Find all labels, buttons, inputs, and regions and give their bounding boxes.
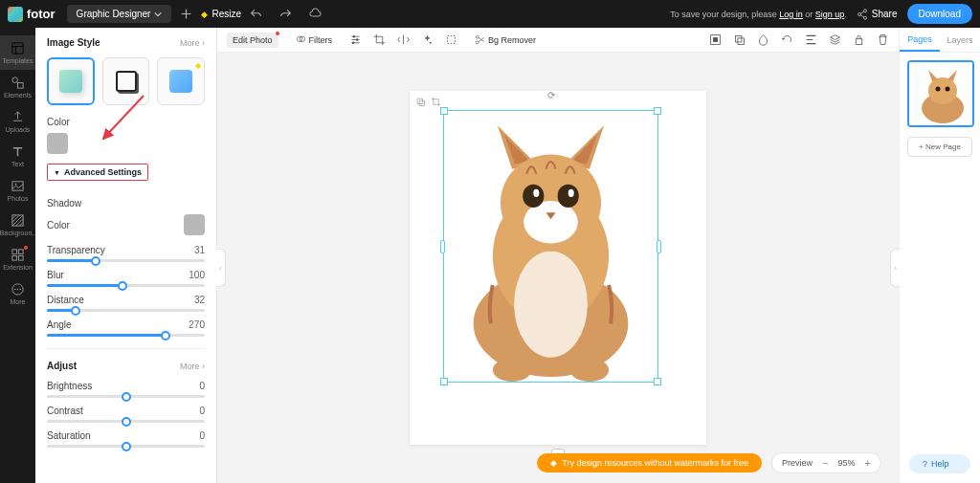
artboard-duplicate-icon[interactable]	[415, 97, 426, 107]
zoom-out-button[interactable]: −	[822, 457, 828, 469]
svg-point-1	[12, 77, 18, 83]
signup-link[interactable]: Sign up	[815, 10, 845, 19]
lock-icon[interactable]	[853, 33, 865, 46]
rail-uploads[interactable]: Uploads	[0, 104, 35, 139]
crop-icon[interactable]	[373, 33, 386, 46]
svg-rect-28	[419, 100, 425, 106]
filters-button[interactable]: Filters	[290, 32, 339, 48]
rail-templates[interactable]: Templates	[0, 35, 35, 70]
resize-button[interactable]: ◆ Resize	[201, 9, 241, 19]
scissors-icon	[475, 34, 485, 45]
collapse-panel-left[interactable]: ‹	[216, 249, 226, 287]
style-option-3[interactable]: ◆	[157, 57, 205, 105]
adjust-icon[interactable]	[349, 33, 362, 46]
share-label: Share	[872, 9, 898, 19]
canvas-toolbar: Edit Photo Filters Bg Remover	[217, 28, 899, 53]
opacity-icon[interactable]	[757, 33, 769, 46]
zoom-value[interactable]: 95%	[838, 458, 856, 468]
new-page-button[interactable]: + New Page	[907, 137, 972, 157]
svg-point-35	[558, 185, 579, 208]
duplicate-icon[interactable]	[733, 33, 746, 46]
resize-handle-bl[interactable]	[440, 378, 448, 385]
rail-background[interactable]: Backgroun..	[0, 208, 35, 242]
template-selector[interactable]: Graphic Designer	[67, 5, 172, 23]
cutout-icon[interactable]	[445, 33, 457, 46]
zoom-in-button[interactable]: +	[865, 457, 871, 469]
saturation-slider[interactable]: Saturation0	[47, 430, 205, 448]
bg-remover-button[interactable]: Bg Remover	[469, 32, 542, 48]
save-prompt: To save your design, please Log in or Si…	[670, 10, 847, 19]
rail-text[interactable]: Text	[0, 139, 35, 173]
rail-elements[interactable]: Elements	[0, 70, 35, 104]
more-link[interactable]: More ›	[180, 38, 205, 48]
add-button[interactable]	[180, 8, 192, 20]
delete-icon[interactable]	[877, 33, 889, 46]
caret-down-icon: ▼	[54, 169, 60, 176]
login-link[interactable]: Log in	[779, 10, 803, 19]
help-icon: ?	[923, 459, 927, 469]
svg-rect-8	[12, 255, 17, 260]
pages-panel: Pages Layers + New Page ?Help	[899, 28, 980, 483]
redo-button[interactable]	[279, 8, 292, 20]
effects-icon[interactable]	[421, 33, 434, 46]
premium-badge-icon: ◆	[195, 61, 201, 70]
cloud-save-button[interactable]	[309, 8, 322, 20]
rail-photos[interactable]: Photos	[0, 173, 35, 208]
promo-banner[interactable]: ◆Try design resources without watermarks…	[537, 453, 762, 472]
align-icon[interactable]	[805, 33, 817, 46]
canvas[interactable]: ‹	[217, 53, 899, 483]
layers-icon[interactable]	[829, 33, 841, 46]
rotate-handle-icon[interactable]: ⟳	[547, 90, 555, 100]
layers-tab[interactable]: Layers	[940, 28, 980, 52]
svg-rect-19	[447, 35, 455, 43]
help-button[interactable]: ?Help	[909, 454, 970, 473]
resize-handle-tl[interactable]	[440, 107, 448, 115]
artboard[interactable]: ⟳ +	[410, 91, 706, 445]
resize-handle-mr[interactable]	[657, 240, 661, 253]
resize-handle-br[interactable]	[654, 378, 661, 385]
pages-tab[interactable]: Pages	[900, 28, 940, 52]
svg-point-43	[936, 87, 941, 92]
style-option-1[interactable]	[47, 57, 95, 105]
preview-button[interactable]: Preview	[782, 458, 813, 468]
resize-handle-ml[interactable]	[440, 240, 445, 253]
page-thumbnail[interactable]	[907, 60, 974, 127]
advanced-settings-toggle[interactable]: ▼ Advanced Settings	[47, 164, 148, 181]
download-button[interactable]: Download	[907, 4, 972, 24]
brightness-slider[interactable]: Brightness0	[47, 381, 205, 398]
app-header: fotor Graphic Designer ◆ Resize To save …	[0, 0, 980, 28]
rail-extension[interactable]: Extension	[0, 242, 35, 276]
svg-rect-2	[18, 83, 24, 89]
brand-logo[interactable]: fotor	[8, 7, 56, 22]
svg-rect-27	[417, 99, 423, 104]
svg-point-37	[568, 189, 574, 197]
rotate-icon[interactable]	[781, 33, 793, 46]
svg-point-20	[476, 35, 479, 38]
diamond-icon: ◆	[201, 10, 208, 19]
edit-photo-button[interactable]: Edit Photo	[227, 33, 278, 48]
artboard-crop-icon[interactable]	[431, 97, 441, 107]
resize-handle-tr[interactable]	[654, 107, 661, 115]
flip-icon[interactable]	[397, 33, 410, 46]
undo-button[interactable]	[250, 8, 262, 20]
color-swatch[interactable]	[47, 133, 68, 154]
shadow-color-swatch[interactable]	[184, 214, 205, 235]
angle-slider[interactable]: Angle270	[47, 319, 205, 337]
svg-point-11	[14, 289, 16, 291]
nav-rail: Templates Elements Uploads Text Photos B…	[0, 28, 35, 483]
svg-rect-25	[738, 38, 745, 45]
distance-slider[interactable]: Distance32	[47, 295, 205, 312]
contrast-slider[interactable]: Contrast0	[47, 406, 205, 423]
svg-point-18	[352, 42, 354, 44]
rail-more[interactable]: More	[0, 276, 35, 311]
share-button[interactable]: Share	[857, 9, 898, 20]
style-option-2[interactable]	[102, 57, 150, 105]
transparency-slider[interactable]: Transparency31	[47, 245, 205, 262]
position-icon[interactable]	[709, 33, 722, 46]
collapse-panel-right[interactable]: ›	[890, 249, 900, 287]
resize-label: Resize	[212, 9, 241, 19]
template-label: Graphic Designer	[77, 9, 151, 19]
adjust-more-link[interactable]: More ›	[180, 362, 205, 371]
blur-slider[interactable]: Blur100	[47, 270, 205, 287]
image-selection[interactable]: ⟳	[443, 110, 658, 383]
